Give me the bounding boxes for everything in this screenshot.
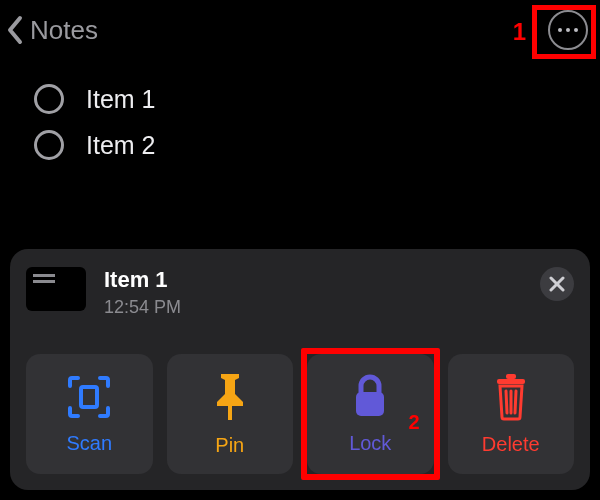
annotation-number-1: 1 <box>513 18 526 46</box>
lock-icon <box>350 374 390 420</box>
chevron-left-icon <box>6 14 26 46</box>
svg-rect-3 <box>228 406 232 420</box>
close-icon <box>549 276 565 292</box>
sheet-header: Item 1 12:54 PM <box>26 267 574 318</box>
action-label: Pin <box>215 434 244 457</box>
sheet-timestamp: 12:54 PM <box>104 297 181 318</box>
checklist: Item 1 Item 2 <box>0 60 600 160</box>
svg-rect-5 <box>497 379 525 384</box>
trash-icon <box>491 373 531 421</box>
more-options-button[interactable] <box>548 10 588 50</box>
list-item[interactable]: Item 2 <box>34 130 600 160</box>
action-label: Delete <box>482 433 540 456</box>
svg-rect-4 <box>356 392 384 416</box>
scan-icon <box>66 374 112 420</box>
svg-line-9 <box>515 391 516 413</box>
list-item-label: Item 2 <box>86 131 155 160</box>
action-sheet: Item 1 12:54 PM <box>10 249 590 490</box>
action-label: Scan <box>66 432 112 455</box>
sheet-title: Item 1 <box>104 267 181 293</box>
action-row: Scan Pin 2 Lock <box>26 354 574 474</box>
scan-button[interactable]: Scan <box>26 354 153 474</box>
header-bar: Notes <box>0 0 600 60</box>
svg-rect-6 <box>506 374 516 379</box>
back-button[interactable]: Notes <box>6 14 98 46</box>
radio-unchecked-icon[interactable] <box>34 130 64 160</box>
list-item[interactable]: Item 1 <box>34 84 600 114</box>
lock-button[interactable]: 2 Lock <box>307 354 434 474</box>
action-label: Lock <box>349 432 391 455</box>
list-item-label: Item 1 <box>86 85 155 114</box>
pin-button[interactable]: Pin <box>167 354 294 474</box>
note-thumbnail-icon <box>26 267 86 311</box>
close-button[interactable] <box>540 267 574 301</box>
pin-icon <box>209 372 251 422</box>
svg-line-7 <box>506 391 507 413</box>
annotation-number-2: 2 <box>408 411 419 434</box>
back-label: Notes <box>30 15 98 46</box>
radio-unchecked-icon[interactable] <box>34 84 64 114</box>
svg-rect-2 <box>81 387 97 407</box>
ellipsis-icon <box>558 28 562 32</box>
delete-button[interactable]: Delete <box>448 354 575 474</box>
sheet-header-info: Item 1 12:54 PM <box>26 267 181 318</box>
